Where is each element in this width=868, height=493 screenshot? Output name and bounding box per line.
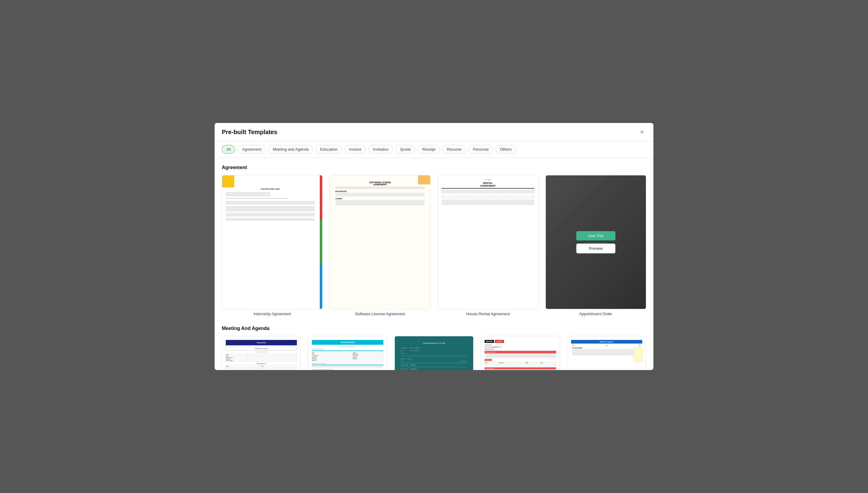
modal-header: Pre-built Templates × [215, 123, 653, 141]
preview-button-appointment[interactable]: Preview [576, 243, 615, 253]
template-agenda1-thumb: MEETING AGENDA [Enter your meeting title… [308, 336, 387, 370]
tab-others[interactable]: Others [496, 145, 516, 154]
template-rental[interactable]: Rev: 1/24/02 RENTALAGREEMENT [438, 175, 538, 316]
template-agenda3-thumb: Meeting Agenda Date:Time:Place: ON THE A… [567, 336, 646, 370]
tab-invitation[interactable]: Invitation [368, 145, 393, 154]
tab-quote[interactable]: Quote [395, 145, 415, 154]
tab-personal[interactable]: Personal [468, 145, 493, 154]
meeting-section: Meeting And Agenda Training Plan [ Name … [222, 326, 646, 370]
template-internship[interactable]: Internship Offer Letter [222, 175, 323, 316]
tab-resume[interactable]: Resume [442, 145, 466, 154]
template-software-label: Software License Agreement [330, 312, 430, 316]
agreement-section: Agreement Internship Offer Letter [222, 165, 646, 316]
template-software-thumb: SOFTWARE LICENSEAGREEMENT BACKGROUND [330, 175, 430, 309]
template-agenda2[interactable]: MEETING AGENDA Project name: Date of mee… [481, 336, 560, 370]
template-software[interactable]: SOFTWARE LICENSEAGREEMENT BACKGROUND [330, 175, 430, 316]
agreement-templates-grid: Internship Offer Letter [222, 175, 646, 316]
content-area: Agreement Internship Offer Letter [215, 157, 653, 370]
tab-meeting[interactable]: Meeting and Agenda [268, 145, 313, 154]
close-button[interactable]: × [638, 128, 646, 136]
template-conference[interactable]: CONFERENCE PLAN Coordinator:Phone: +###.… [394, 336, 474, 370]
tab-invoice[interactable]: Invoice [345, 145, 366, 154]
agreement-section-title: Agreement [222, 165, 646, 170]
template-agenda1[interactable]: MEETING AGENDA [Enter your meeting title… [308, 336, 387, 370]
tab-education[interactable]: Education [316, 145, 342, 154]
template-rental-thumb: Rev: 1/24/02 RENTALAGREEMENT [438, 175, 538, 309]
template-appointment[interactable]: Appointment Order Use This Preview [545, 175, 646, 316]
template-conference-thumb: CONFERENCE PLAN Coordinator:Phone: +###.… [394, 336, 474, 370]
tab-all[interactable]: All [222, 145, 235, 154]
template-appointment-thumb: Appointment Order Use This Preview [545, 175, 646, 309]
template-appointment-label: Appointment Order [545, 312, 646, 316]
tabs-bar: All Agreement Meeting and Agenda Educati… [215, 141, 653, 157]
tab-agreement[interactable]: Agreement [238, 145, 266, 154]
template-training-thumb: Training Plan [ Name of your training ] … [222, 336, 301, 370]
use-this-button-appointment[interactable]: Use This [576, 231, 615, 240]
meeting-section-title: Meeting And Agenda [222, 326, 646, 331]
template-internship-thumb: Internship Offer Letter [222, 175, 323, 309]
template-rental-label: House Rental Agreement [438, 312, 538, 316]
template-training[interactable]: Training Plan [ Name of your training ] … [222, 336, 301, 370]
modal-title: Pre-built Templates [222, 129, 277, 135]
template-agenda3[interactable]: Meeting Agenda Date:Time:Place: ON THE A… [567, 336, 646, 370]
meeting-templates-grid: Training Plan [ Name of your training ] … [222, 336, 646, 370]
modal: Pre-built Templates × All Agreement Meet… [215, 123, 653, 370]
template-agenda2-thumb: MEETING AGENDA Project name: Date of mee… [481, 336, 560, 370]
tab-receipt[interactable]: Receipt [418, 145, 440, 154]
template-internship-label: Internship Agreement [222, 312, 323, 316]
